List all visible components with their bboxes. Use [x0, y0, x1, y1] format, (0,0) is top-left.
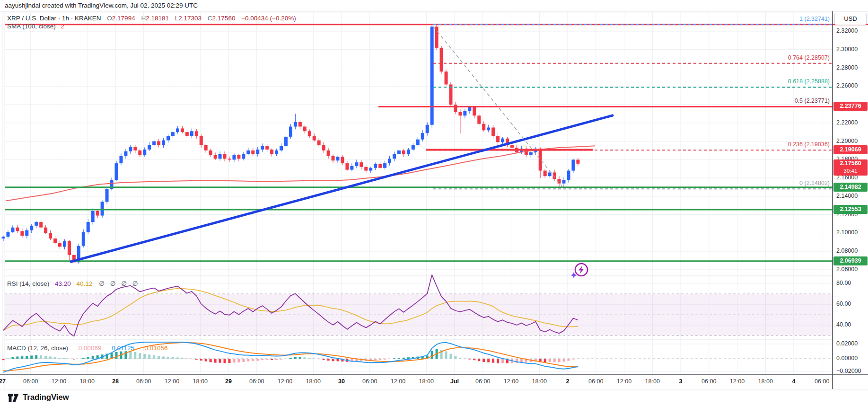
price-line-badge: 2.19069: [833, 145, 868, 154]
rsi-axis-label: 80.00: [836, 280, 851, 286]
time-axis-label: 06:00: [588, 378, 603, 385]
price-line-badge: 2.23776: [833, 102, 868, 111]
high-value: 2.18181: [146, 15, 169, 22]
fib-level-label: 0.618 (2.25888): [788, 78, 830, 85]
price-line-badge: 2.14982: [833, 183, 868, 192]
time-axis-day-label: 3: [679, 378, 683, 385]
time-axis-day-label: 28: [112, 378, 119, 385]
time-axis-label: 06:00: [701, 378, 716, 385]
price-axis-label: 2.30000: [836, 46, 858, 53]
price-axis-label: 2.14000: [836, 193, 858, 199]
time-axis-day-label: 2: [566, 378, 570, 385]
time-axis-label: 18:00: [532, 378, 547, 385]
lightning-bolt-icon[interactable]: [570, 260, 590, 281]
low-value: 2.17303: [178, 15, 202, 22]
time-axis-label: 06:00: [249, 378, 264, 385]
price-axis-label: 2.06000: [836, 266, 858, 273]
macd-axis-label: 0.02000: [836, 340, 858, 347]
current-price-badge: 2.17560 30:41: [833, 159, 868, 176]
fib-level-label: 0 (2.14802): [799, 180, 830, 186]
price-axis-label: 2.32000: [836, 27, 858, 34]
rsi-axis-label: 60.00: [836, 300, 851, 307]
close-key: C: [208, 15, 212, 22]
tradingview-logo-text: TradingView: [23, 393, 69, 402]
rsi-ma-value: 40.12: [77, 280, 93, 287]
time-axis-label: 06:00: [815, 378, 829, 385]
sma-label: SMA (100, close): [7, 23, 56, 30]
macd-hist-value: −0.00069: [75, 344, 102, 352]
price-axis-label: 2.22000: [836, 119, 858, 126]
rsi-axis-label: 40.00: [836, 321, 851, 328]
rsi-label: RSI (14, close): [7, 280, 49, 287]
current-price-value: 2.17560: [833, 159, 868, 168]
price-line-badge: 2.06939: [833, 256, 868, 265]
open-value: 2.17994: [112, 15, 135, 22]
time-axis-label: 12:00: [504, 378, 518, 385]
symbol-legend-row[interactable]: XRP / U.S. Dollar · 1h · KRAKEN O2.17994…: [7, 15, 296, 22]
change-value: −0.00434 (−0.20%): [241, 15, 296, 22]
rsi-legend-row[interactable]: RSI (14, close) 43.20 40.12 ∅ ∅ ∅ ∅: [7, 280, 140, 287]
time-axis-label: 12:00: [52, 378, 66, 385]
time-axis-label: 12:00: [730, 378, 745, 385]
time-axis-label: 06:00: [362, 378, 377, 385]
time-axis-label: 18:00: [80, 378, 95, 385]
sma-legend-row[interactable]: SMA (100, close) 2: [7, 23, 64, 30]
time-axis-day-label: Jul: [450, 378, 459, 385]
macd-axis-label: 0.00000: [836, 355, 858, 362]
fib-level-label: 0.764 (2.28507): [788, 54, 830, 61]
bar-countdown: 30:41: [833, 168, 868, 174]
time-axis-label: 18:00: [758, 378, 773, 385]
tradingview-logo-icon: [8, 393, 19, 402]
high-key: H: [141, 15, 146, 22]
time-axis-label: 12:00: [165, 378, 179, 385]
time-axis-label: 06:00: [136, 378, 151, 385]
time-axis-label: 12:00: [617, 378, 631, 385]
time-axis-label: 12:00: [278, 378, 292, 385]
price-line-badge: 2.12553: [833, 205, 868, 214]
time-axis-label: 18:00: [306, 378, 321, 385]
macd-legend-row[interactable]: MACD (12, 26, close) −0.00069 −0.01125 −…: [7, 344, 167, 352]
rsi-value: 43.20: [55, 280, 71, 287]
macd-signal-value: −0.01056: [141, 344, 168, 352]
time-axis-label: 12:00: [391, 378, 405, 385]
tradingview-chart-window: aayushjindal created with TradingView.co…: [0, 0, 868, 406]
time-axis-day-label: 27: [0, 378, 6, 385]
rsi-empty-values: ∅ ∅ ∅ ∅: [99, 280, 140, 287]
time-axis-label: 18:00: [419, 378, 434, 385]
price-axis-label: 2.28000: [836, 64, 858, 71]
time-axis-label: 06:00: [23, 378, 38, 385]
macd-label: MACD (12, 26, close): [7, 344, 68, 352]
macd-axis-label: −0.02000: [836, 368, 861, 374]
macd-line-value: −0.01125: [108, 344, 134, 352]
open-key: O: [107, 15, 112, 22]
time-axis-label: 18:00: [193, 378, 208, 385]
time-axis-day-label: 30: [338, 378, 345, 385]
sma-value: 2: [61, 23, 65, 30]
fib-level-label: 0.5 (2.23771): [795, 97, 830, 104]
price-axis-label: 2.20000: [836, 138, 858, 144]
time-axis-day-label: 4: [792, 378, 796, 385]
time-axis-day-label: 29: [225, 378, 232, 385]
fib-level-label: 0.236 (2.19036): [788, 141, 830, 148]
currency-toggle-button[interactable]: USD: [834, 13, 867, 25]
symbol-title: XRP / U.S. Dollar · 1h · KRAKEN: [7, 15, 101, 22]
price-axis-label: 2.10000: [836, 229, 858, 236]
time-axis-label: 18:00: [645, 378, 660, 385]
time-axis-label: 06:00: [475, 378, 490, 385]
price-axis-label: 2.26000: [836, 82, 858, 89]
fib-level-label: 1 (2.32741): [799, 16, 830, 22]
close-value: 2.17560: [212, 15, 236, 22]
price-axis-label: 2.08000: [836, 247, 858, 254]
tradingview-logo[interactable]: TradingView: [8, 393, 69, 402]
